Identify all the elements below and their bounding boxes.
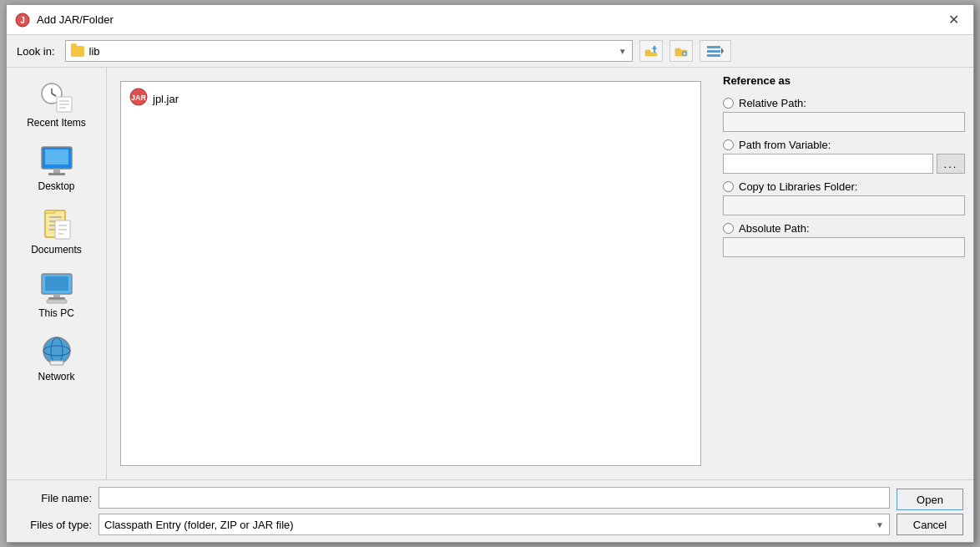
svg-text:+: + xyxy=(682,50,686,58)
jar-file-icon: JAR xyxy=(129,88,148,110)
svg-rect-10 xyxy=(707,46,720,48)
svg-text:J: J xyxy=(20,16,25,25)
svg-marker-4 xyxy=(652,45,657,49)
view-options-button[interactable] xyxy=(700,40,731,62)
svg-rect-24 xyxy=(48,173,65,175)
file-name-label: File name: xyxy=(17,492,92,504)
bottom-actions-area: File name: Files of type: Classpath Entr… xyxy=(17,487,963,535)
sidebar-item-network[interactable]: Network xyxy=(7,328,106,388)
open-button[interactable]: Open xyxy=(897,489,963,510)
reference-as-options: Relative Path: null Path from Variable: … xyxy=(723,97,965,257)
file-browser[interactable]: JAR jpl.jar xyxy=(120,81,701,466)
look-in-label: Look in: xyxy=(17,45,55,58)
svg-rect-36 xyxy=(45,276,68,291)
file-browser-area: JAR jpl.jar xyxy=(107,68,715,479)
this-pc-icon xyxy=(37,271,77,306)
files-of-type-arrow: ▼ xyxy=(876,520,884,529)
copy-to-libraries-input[interactable]: uslanLopez\IdeaProjects\AppAlma\lib xyxy=(723,195,965,215)
close-button[interactable]: ✕ xyxy=(942,8,965,32)
dialog-icon: J xyxy=(15,13,30,28)
svg-rect-11 xyxy=(707,50,720,53)
relative-path-label: Relative Path: xyxy=(739,97,806,109)
sidebar: Recent Items Desktop xyxy=(7,68,107,479)
svg-rect-39 xyxy=(47,300,67,303)
dialog-title: Add JAR/Folder xyxy=(37,13,942,26)
absolute-path-label: Absolute Path: xyxy=(739,222,810,235)
sidebar-item-this-pc[interactable]: This PC xyxy=(7,265,106,325)
path-variable-row: ... xyxy=(723,154,965,174)
relative-path-radio[interactable] xyxy=(723,98,734,109)
svg-text:JAR: JAR xyxy=(131,94,147,102)
copy-to-libraries-label: Copy to Libraries Folder: xyxy=(739,180,857,193)
create-new-folder-button[interactable]: + xyxy=(669,40,693,62)
svg-rect-26 xyxy=(45,210,55,213)
file-name-row: File name: xyxy=(17,487,890,509)
absolute-path-input[interactable]: null xyxy=(723,237,965,257)
svg-point-40 xyxy=(43,337,70,364)
bottom-fields: File name: Files of type: Classpath Entr… xyxy=(17,487,890,535)
sidebar-item-label: Recent Items xyxy=(27,117,86,129)
files-of-type-value: Classpath Entry (folder, ZIP or JAR file… xyxy=(104,519,294,531)
cancel-button[interactable]: Cancel xyxy=(897,514,963,535)
sidebar-item-documents[interactable]: Documents xyxy=(7,201,106,261)
path-from-variable-radio[interactable] xyxy=(723,139,734,150)
path-from-variable-label: Path from Variable: xyxy=(739,139,831,151)
desktop-icon xyxy=(37,144,77,179)
files-of-type-select[interactable]: Classpath Entry (folder, ZIP or JAR file… xyxy=(99,514,890,535)
svg-rect-7 xyxy=(675,48,680,51)
copy-to-libraries-option: Copy to Libraries Folder: uslanLopez\Ide… xyxy=(723,180,965,215)
documents-icon xyxy=(37,207,77,242)
bottom-bar: File name: Files of type: Classpath Entr… xyxy=(7,479,973,542)
action-buttons: Open Cancel xyxy=(897,489,963,535)
recent-items-icon xyxy=(37,80,77,115)
path-from-variable-input[interactable] xyxy=(723,154,933,174)
files-of-type-row: Files of type: Classpath Entry (folder, … xyxy=(17,514,890,535)
sidebar-item-desktop[interactable]: Desktop xyxy=(7,138,106,198)
svg-marker-13 xyxy=(721,48,724,54)
absolute-path-radio[interactable] xyxy=(723,223,734,234)
browse-variable-button[interactable]: ... xyxy=(937,154,965,174)
svg-rect-43 xyxy=(50,361,63,365)
navigate-up-button[interactable] xyxy=(639,40,663,62)
copy-to-libraries-radio[interactable] xyxy=(723,181,734,192)
path-from-variable-option: Path from Variable: ... xyxy=(723,139,965,174)
reference-as-label: Reference as xyxy=(723,74,965,87)
svg-rect-12 xyxy=(707,54,720,57)
svg-rect-2 xyxy=(645,53,657,56)
folder-icon xyxy=(71,46,84,57)
look-in-dropdown-arrow: ▼ xyxy=(619,47,627,56)
relative-path-input[interactable]: null xyxy=(723,112,965,132)
files-of-type-label: Files of type: xyxy=(17,519,92,531)
title-bar: J Add JAR/Folder ✕ xyxy=(7,5,973,35)
svg-rect-22 xyxy=(45,149,68,165)
sidebar-item-recent-items[interactable]: Recent Items xyxy=(7,74,106,134)
relative-path-option: Relative Path: null xyxy=(723,97,965,132)
look-in-select[interactable]: lib ▼ xyxy=(65,40,633,62)
network-icon xyxy=(37,334,77,369)
main-content: Recent Items Desktop xyxy=(7,68,973,479)
look-in-value: lib xyxy=(89,45,610,58)
file-item-jpl-jar[interactable]: JAR jpl.jar xyxy=(124,85,697,113)
svg-rect-5 xyxy=(654,49,655,53)
file-item-name: jpl.jar xyxy=(153,93,179,105)
sidebar-item-label: Network xyxy=(38,371,74,382)
toolbar: Look in: lib ▼ + xyxy=(7,35,973,68)
add-jar-folder-dialog: J Add JAR/Folder ✕ Look in: lib ▼ xyxy=(6,4,974,543)
sidebar-item-label: This PC xyxy=(38,307,74,319)
right-panel: Reference as Relative Path: null Path fr… xyxy=(715,68,973,479)
sidebar-item-label: Documents xyxy=(31,244,82,256)
svg-rect-3 xyxy=(645,50,650,53)
file-name-input[interactable] xyxy=(99,487,890,509)
sidebar-item-label: Desktop xyxy=(38,180,74,192)
absolute-path-option: Absolute Path: null xyxy=(723,222,965,257)
